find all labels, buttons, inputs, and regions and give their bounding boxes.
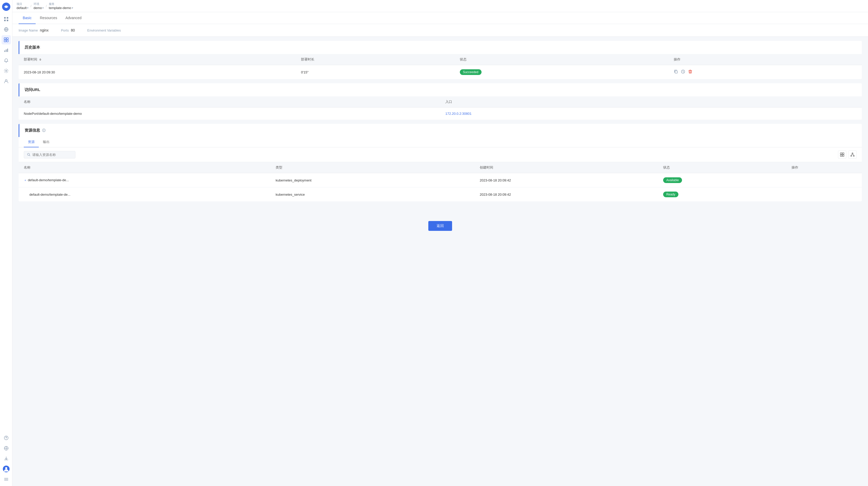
status-badge-available: Available: [663, 177, 682, 183]
sidebar-item-chart[interactable]: [2, 46, 11, 55]
info-icon: ⓘ: [42, 128, 45, 133]
res-name-1: default-demo/template-de...: [19, 188, 271, 202]
res-status-1: Ready: [658, 188, 786, 202]
expand-icon-0[interactable]: ＋: [24, 178, 27, 182]
sidebar: [0, 0, 12, 486]
res-type-0: kubernetes_deployment: [271, 173, 474, 188]
resource-tab-resource[interactable]: 资源: [24, 137, 39, 147]
resource-section: 资源信息 ⓘ 资源 输出: [19, 124, 862, 201]
url-section: 访问URL 名称 入口 NodePort/default-demo/templa…: [19, 83, 862, 120]
status-badge-ready: Ready: [663, 192, 678, 197]
topology-view-button[interactable]: [848, 150, 857, 159]
svg-rect-15: [7, 49, 8, 52]
sidebar-item-download[interactable]: [2, 454, 11, 463]
url-table-body: NodePort/default-demo/template-demo 172.…: [19, 108, 862, 120]
sidebar-item-avatar[interactable]: [2, 464, 11, 474]
back-button[interactable]: 返回: [428, 221, 452, 231]
resource-table-head: 名称 类型 创建时间 状态 操作: [19, 162, 862, 173]
tab-basic[interactable]: Basic: [19, 12, 36, 24]
sidebar-item-user[interactable]: [2, 77, 11, 86]
sidebar-item-bell[interactable]: [2, 56, 11, 65]
resource-tab-output[interactable]: 输出: [39, 137, 54, 147]
svg-rect-13: [4, 50, 5, 52]
svg-rect-30: [840, 153, 842, 154]
res-create-time-0: 2023-08-18 20:09:42: [474, 173, 658, 188]
svg-rect-5: [7, 20, 8, 21]
project-section: 项目 default ▾: [17, 2, 28, 10]
url-link[interactable]: 172.20.0.2:30801: [445, 112, 471, 116]
table-row: ＋ default-demo/template-de... kubernetes…: [19, 173, 862, 188]
search-input-wrap: [24, 151, 75, 159]
clock-action-icon[interactable]: [681, 69, 685, 75]
url-table: 名称 入口 NodePort/default-demo/template-dem…: [19, 96, 862, 120]
svg-point-34: [852, 153, 853, 154]
main-tabs: Basic Resources Advanced: [12, 12, 868, 24]
res-type-1: kubernetes_service: [271, 188, 474, 202]
env-vars-item: Environment Variables: [87, 28, 121, 32]
history-table-head: 部署时间 部署时长 状态 操作: [19, 54, 862, 65]
resource-table-body: ＋ default-demo/template-de... kubernetes…: [19, 173, 862, 202]
svg-rect-12: [6, 40, 8, 42]
svg-rect-2: [4, 17, 6, 19]
action-icons: [674, 69, 857, 75]
col-deploy-time: 部署时间: [19, 54, 296, 65]
res-name-0: ＋ default-demo/template-de...: [19, 173, 271, 188]
svg-rect-3: [7, 17, 8, 19]
res-status-0: Available: [658, 173, 786, 188]
service-value[interactable]: template-demo ▾: [49, 6, 73, 10]
sidebar-item-grid[interactable]: [2, 15, 11, 24]
service-label: 服务: [49, 2, 73, 6]
env-section: 环境 demo ▾: [34, 2, 44, 10]
res-actions-0: [786, 173, 862, 188]
ports-item: Ports 80: [61, 28, 75, 32]
delete-action-icon[interactable]: [688, 69, 692, 75]
env-value[interactable]: demo ▾: [34, 6, 44, 10]
resource-title: 资源信息 ⓘ: [19, 124, 862, 137]
col-res-name: 名称: [19, 162, 271, 173]
image-name-item: Image Name nginx: [19, 28, 49, 32]
env-vars-label: Environment Variables: [87, 28, 121, 32]
sidebar-item-globe[interactable]: [2, 25, 11, 34]
res-create-time-1: 2023-08-18 20:09:42: [474, 188, 658, 202]
copy-action-icon[interactable]: [674, 69, 678, 75]
sep1: /: [30, 4, 32, 8]
image-name-label: Image Name: [19, 28, 38, 32]
service-chevron: ▾: [72, 6, 73, 9]
history-table-body: 2023-08-18 20:09:30 0'15" Succeeded: [19, 65, 862, 79]
service-section: 服务 template-demo ▾: [49, 2, 73, 10]
grid-view-button[interactable]: [838, 150, 846, 159]
svg-rect-9: [4, 38, 6, 39]
tab-advanced[interactable]: Advanced: [61, 12, 86, 24]
url-title: 访问URL: [19, 83, 862, 96]
sidebar-item-world[interactable]: [2, 444, 11, 453]
svg-point-36: [853, 155, 854, 156]
sidebar-item-gear[interactable]: [2, 66, 11, 76]
sidebar-item-question[interactable]: [2, 433, 11, 442]
url-table-head: 名称 入口: [19, 96, 862, 108]
svg-point-16: [5, 70, 7, 72]
search-bar: [19, 147, 862, 162]
history-section: 历史版本 部署时间: [19, 41, 862, 79]
app-logo[interactable]: [2, 2, 11, 11]
url-name: NodePort/default-demo/template-demo: [19, 108, 440, 120]
project-chevron: ▾: [27, 6, 28, 9]
info-section: Image Name nginx Ports 80 Environment Va…: [12, 24, 868, 37]
topbar: 项目 default ▾ / 环境 demo ▾ / 服务 template-d…: [12, 0, 868, 12]
project-value[interactable]: default ▾: [17, 6, 28, 10]
table-row: default-demo/template-de... kubernetes_s…: [19, 188, 862, 202]
svg-rect-26: [675, 71, 677, 73]
sep2: /: [46, 4, 47, 8]
svg-rect-11: [4, 40, 6, 42]
resource-header-row: 名称 类型 创建时间 状态 操作: [19, 162, 862, 173]
history-actions: [669, 65, 862, 79]
svg-line-38: [852, 154, 854, 155]
ports-label: Ports: [61, 28, 69, 32]
sidebar-item-apps[interactable]: [2, 35, 11, 45]
sidebar-item-menu[interactable]: [2, 475, 11, 484]
svg-rect-14: [6, 49, 6, 52]
sort-icon-deploy-time[interactable]: [39, 58, 41, 61]
search-input[interactable]: [32, 153, 72, 156]
svg-rect-31: [842, 153, 844, 154]
search-icon: [27, 153, 30, 156]
tab-resources[interactable]: Resources: [36, 12, 61, 24]
